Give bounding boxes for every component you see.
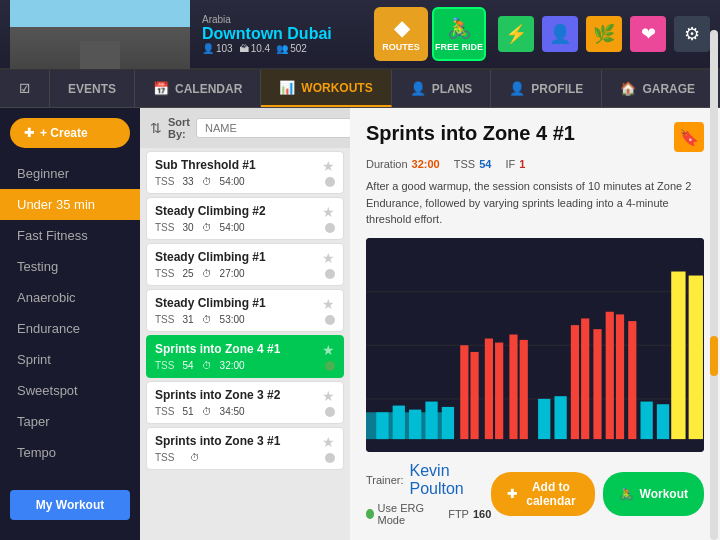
- my-workout-button[interactable]: My Workout: [10, 490, 130, 520]
- group-count: 👥 502: [276, 43, 307, 54]
- nav-workouts[interactable]: 📊 WORKOUTS: [261, 70, 391, 107]
- workout-chart: [366, 238, 704, 453]
- anaerobic-label: Anaerobic: [17, 290, 76, 305]
- person-icon[interactable]: 👤: [542, 16, 578, 52]
- sidebar-item-anaerobic[interactable]: Anaerobic: [0, 282, 140, 313]
- settings-icon[interactable]: ⚙: [674, 16, 710, 52]
- sweetspot-label: Sweetspot: [17, 383, 78, 398]
- tss-label: TSS: [155, 406, 174, 417]
- bookmark-button[interactable]: 🔖: [674, 122, 704, 152]
- workout-item-sprints-zone-3-2[interactable]: Sprints into Zone 3 #2 ★ TSS 51 ⏱ 34:50: [146, 381, 344, 424]
- top-bar: Arabia Downtown Dubai 👤 103 🏔 10.4 👥 502…: [0, 0, 720, 70]
- sidebar-item-tempo[interactable]: Tempo: [0, 437, 140, 468]
- duration-val: 34:50: [220, 406, 245, 417]
- star-button[interactable]: ★: [322, 250, 335, 266]
- status-dot: [325, 361, 335, 371]
- workout-item-sub-threshold-1[interactable]: Sub Threshold #1 ★ TSS 33 ⏱ 54:00: [146, 151, 344, 194]
- workout-item-steady-climbing-1b[interactable]: Steady Climbing #1 ★ TSS 31 ⏱ 53:00: [146, 289, 344, 332]
- sidebar-item-beginner[interactable]: Beginner: [0, 158, 140, 189]
- workout-item-steady-climbing-2[interactable]: Steady Climbing #2 ★ TSS 30 ⏱ 54:00: [146, 197, 344, 240]
- nav-calendar[interactable]: 📅 CALENDAR: [135, 70, 261, 107]
- star-button[interactable]: ★: [322, 296, 335, 312]
- endurance-label: Endurance: [17, 321, 80, 336]
- if-meta: IF 1: [505, 158, 525, 170]
- svg-rect-9: [442, 406, 454, 438]
- status-dot: [325, 453, 335, 463]
- workout-stats: TSS 51 ⏱ 34:50: [155, 406, 335, 417]
- trainer-ftp-info: Trainer: Kevin Poulton Use ERG Mode FTP …: [366, 462, 491, 526]
- main-nav: ☑ EVENTS 📅 CALENDAR 📊 WORKOUTS 👤 PLANS 👤…: [0, 70, 720, 108]
- status-dot: [325, 315, 335, 325]
- sort-label: Sort By:: [168, 116, 190, 140]
- tss-label: TSS: [155, 452, 174, 463]
- main-content: ✚ + Create Beginner Under 35 min Fast Fi…: [0, 108, 720, 540]
- sidebar-item-testing[interactable]: Testing: [0, 251, 140, 282]
- duration-label: Duration: [366, 158, 408, 170]
- workout-items-container: Sub Threshold #1 ★ TSS 33 ⏱ 54:00 Steady…: [140, 148, 350, 473]
- fastfitness-label: Fast Fitness: [17, 228, 88, 243]
- tss-meta: TSS 54: [454, 158, 492, 170]
- trainer-label: Trainer:: [366, 474, 404, 486]
- sprint-label: Sprint: [17, 352, 51, 367]
- workout-item-steady-climbing-1a[interactable]: Steady Climbing #1 ★ TSS 25 ⏱ 27:00: [146, 243, 344, 286]
- sort-bar: ⇅ Sort By:: [140, 108, 350, 148]
- location-info: Arabia Downtown Dubai 👤 103 🏔 10.4 👥 502: [190, 14, 344, 54]
- star-button[interactable]: ★: [322, 342, 335, 358]
- routes-button[interactable]: ◆ ROUTES: [374, 7, 428, 61]
- sidebar-item-fastfitness[interactable]: Fast Fitness: [0, 220, 140, 251]
- svg-rect-16: [538, 398, 550, 438]
- star-button[interactable]: ★: [322, 158, 335, 174]
- nav-plans[interactable]: 👤 PLANS: [392, 70, 492, 107]
- flame-icon[interactable]: 🌿: [586, 16, 622, 52]
- rider-count: 👤 103: [202, 43, 233, 54]
- sidebar-item-sweetspot[interactable]: Sweetspot: [0, 375, 140, 406]
- sidebar-item-sprint[interactable]: Sprint: [0, 344, 140, 375]
- start-workout-button[interactable]: 🚴 Workout: [603, 472, 704, 516]
- tss-label: TSS: [155, 222, 174, 233]
- star-button[interactable]: ★: [322, 434, 335, 450]
- tss-val: 54: [182, 360, 193, 371]
- lightning-icon[interactable]: ⚡: [498, 16, 534, 52]
- detail-meta: Duration 32:00 TSS 54 IF 1: [366, 158, 704, 170]
- create-button[interactable]: ✚ + Create: [10, 118, 130, 148]
- workout-item-sprints-zone-4-1[interactable]: Sprints into Zone 4 #1 ★ TSS 54 ⏱ 32:00: [146, 335, 344, 378]
- workout-stats: TSS 30 ⏱ 54:00: [155, 222, 335, 233]
- trainer-name[interactable]: Kevin Poulton: [410, 462, 492, 498]
- tss-label: TSS: [155, 268, 174, 279]
- heart-icon[interactable]: ❤: [630, 16, 666, 52]
- tss-val: 51: [182, 406, 193, 417]
- location-name: Arabia: [202, 14, 332, 25]
- sidebar-item-under35[interactable]: Under 35 min: [0, 189, 140, 220]
- sidebar: ✚ + Create Beginner Under 35 min Fast Fi…: [0, 108, 140, 540]
- add-cal-label: Add to calendar: [523, 480, 578, 508]
- clock-icon: ⏱: [202, 360, 212, 371]
- nav-garage[interactable]: 🏠 GARAGE: [602, 70, 714, 107]
- nav-events[interactable]: EVENTS: [50, 70, 135, 107]
- tss-label: TSS: [155, 314, 174, 325]
- beginner-label: Beginner: [17, 166, 69, 181]
- freeride-button[interactable]: 🚴 FREE RIDE: [432, 7, 486, 61]
- sidebar-item-endurance[interactable]: Endurance: [0, 313, 140, 344]
- clock-icon: ⏱: [202, 314, 212, 325]
- star-button[interactable]: ★: [322, 204, 335, 220]
- workout-title: Sprints into Zone 4 #1: [155, 342, 280, 356]
- workout-title: Sprints into Zone 3 #2: [155, 388, 280, 402]
- svg-rect-15: [520, 339, 528, 438]
- svg-rect-21: [606, 311, 614, 438]
- sidebar-item-taper[interactable]: Taper: [0, 406, 140, 437]
- tss-val: 31: [182, 314, 193, 325]
- nav-check[interactable]: ☑: [0, 70, 50, 107]
- plans-label: PLANS: [432, 82, 473, 96]
- testing-label: Testing: [17, 259, 58, 274]
- create-icon: ✚: [24, 126, 34, 140]
- nav-profile[interactable]: 👤 PROFILE: [491, 70, 602, 107]
- duration-val: 53:00: [220, 314, 245, 325]
- sort-input[interactable]: [196, 118, 350, 138]
- svg-rect-27: [689, 275, 703, 439]
- add-calendar-button[interactable]: ✚ Add to calendar: [491, 472, 594, 516]
- workout-item-sprints-zone-3-1[interactable]: Sprints into Zone 3 #1 ★ TSS ⏱: [146, 427, 344, 470]
- if-label: IF: [505, 158, 515, 170]
- star-button[interactable]: ★: [322, 388, 335, 404]
- taper-label: Taper: [17, 414, 50, 429]
- create-label: + Create: [40, 126, 88, 140]
